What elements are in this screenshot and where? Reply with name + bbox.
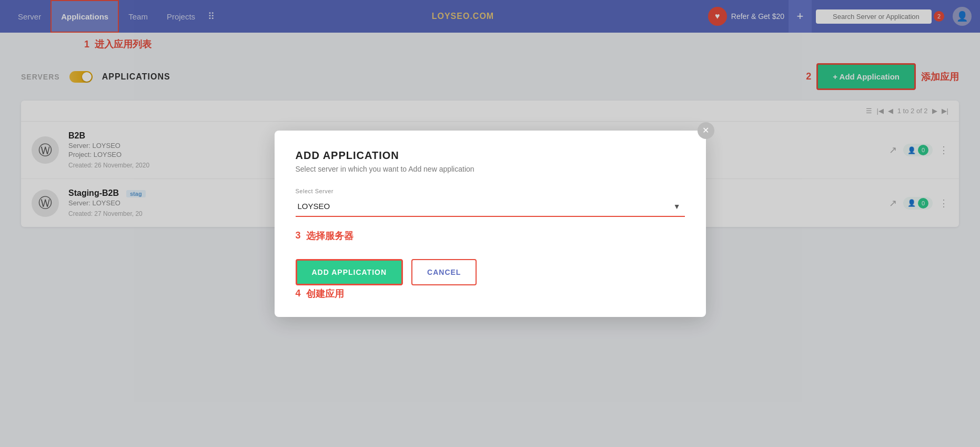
modal-title: ADD APPLICATION — [296, 150, 685, 162]
select-wrap: LOYSEO ▼ — [296, 196, 685, 217]
step3-label: 选择服务器 — [306, 230, 353, 242]
modal-actions: ADD APPLICATION CANCEL — [296, 259, 685, 285]
modal-overlay[interactable]: ✕ ADD APPLICATION Select server in which… — [0, 0, 980, 447]
select-server-field: Select Server LOYSEO ▼ — [296, 188, 685, 217]
modal: ✕ ADD APPLICATION Select server in which… — [275, 131, 706, 317]
modal-add-application-button[interactable]: ADD APPLICATION — [296, 259, 403, 285]
step4-annotation: 4 创建应用 — [296, 287, 685, 300]
step4-label: 创建应用 — [306, 287, 344, 300]
step3-num: 3 — [296, 230, 301, 241]
step4-num: 4 — [296, 288, 301, 299]
server-select[interactable]: LOYSEO — [296, 196, 685, 217]
modal-subtitle: Select server in which you want to Add n… — [296, 165, 685, 173]
cancel-button[interactable]: CANCEL — [411, 259, 477, 285]
select-server-label: Select Server — [296, 188, 685, 194]
step3-annotation: 3 选择服务器 — [296, 230, 685, 242]
modal-close-button[interactable]: ✕ — [698, 122, 714, 139]
